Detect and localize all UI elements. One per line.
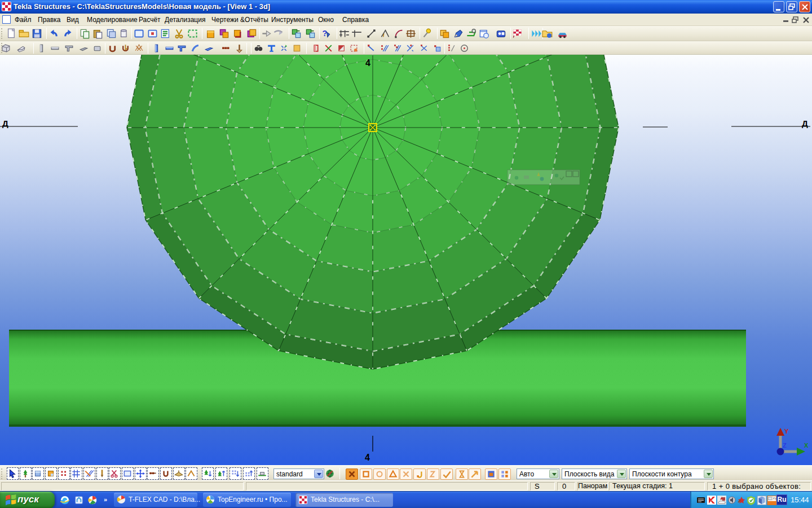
svg-text:Y: Y (784, 428, 789, 435)
svg-text:4: 4 (365, 58, 370, 68)
svg-text:?: ? (322, 29, 327, 38)
svg-text:X: X (804, 442, 809, 449)
svg-text:4: 4 (365, 453, 370, 462)
svg-text:Д: Д (802, 119, 808, 128)
svg-text:Д: Д (2, 119, 8, 128)
svg-text:Z: Z (783, 442, 787, 449)
